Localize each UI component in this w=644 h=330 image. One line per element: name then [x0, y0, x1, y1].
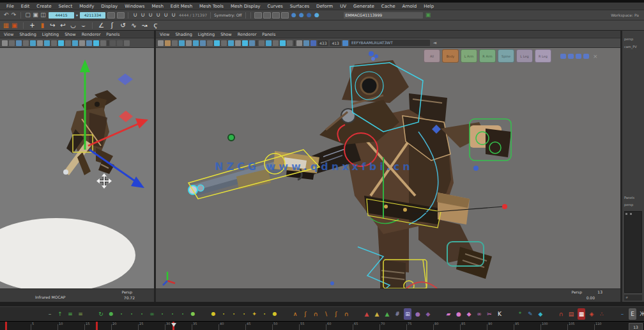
stack-icon[interactable]: ≡	[66, 308, 74, 320]
gizmo-plane-x[interactable]	[119, 111, 133, 122]
panel-menu-item[interactable]: Lighting	[198, 32, 215, 37]
viewport-toolbar-icon[interactable]	[72, 40, 78, 46]
search-input[interactable]: EMMACG41113999	[344, 12, 423, 19]
pen-icon[interactable]: ✎	[526, 308, 534, 320]
key-dot-icon[interactable]: •	[179, 308, 187, 320]
wave-arrow-icon[interactable]: ↝	[141, 21, 148, 29]
viewport-toolbar-icon[interactable]	[172, 40, 178, 46]
viewport-toolbar-icon[interactable]	[193, 40, 199, 46]
redo-icon[interactable]: ↷	[10, 11, 17, 19]
viewport-search-field[interactable]: EEFYBAAMLRUAT3WT	[349, 40, 430, 46]
viewport-toolbar-icon[interactable]	[93, 40, 99, 46]
ipr-render-button[interactable]	[263, 12, 271, 19]
menu-item[interactable]: Curves	[267, 4, 282, 9]
viewport-toolbar-icon[interactable]	[310, 40, 316, 46]
shelf-bar-icon[interactable]: ▮	[39, 21, 46, 29]
picker-mini-icon[interactable]	[560, 54, 566, 59]
viewport-toolbar-icon[interactable]	[242, 40, 248, 46]
cursor-grid-icon[interactable]: #	[394, 308, 401, 320]
panel-menu-item[interactable]: Lighting	[42, 32, 59, 37]
loop-icon[interactable]: ∞	[148, 308, 156, 320]
sine-curve-icon[interactable]: ∿	[130, 21, 137, 29]
snap-point-icon[interactable]: ∪	[147, 11, 154, 19]
viewport-toolbar-icon[interactable]	[259, 40, 264, 46]
clip-far-field[interactable]: 413	[330, 40, 341, 46]
curve-cv-icon[interactable]: ↪	[49, 21, 56, 29]
picker-l-arm[interactable]: L Arm	[461, 49, 477, 63]
viewport-toolbar-icon[interactable]	[221, 40, 227, 46]
gizmo-plane-z[interactable]	[118, 74, 133, 85]
viewport-toolbar-icon[interactable]	[294, 40, 295, 46]
picker-l-leg[interactable]: L Leg	[516, 49, 533, 63]
left-viewport-canvas[interactable]	[0, 48, 154, 288]
select-hierarchy-icon[interactable]: ▢	[24, 11, 31, 19]
time-slider[interactable]: 5 10 15 20 25 30 35 40	[0, 321, 644, 330]
key-dot-yellow-icon[interactable]: •	[261, 308, 268, 320]
angle-curve-icon[interactable]: ∠	[98, 21, 105, 29]
menu-item[interactable]: Mesh Tools	[199, 4, 224, 9]
render-globe2-icon[interactable]: ●	[298, 11, 305, 19]
viewport-toolbar-icon[interactable]	[214, 40, 220, 46]
picker-r-arm[interactable]: R Arm	[479, 49, 496, 63]
menu-item[interactable]: Display	[101, 4, 118, 9]
axis-red-icon[interactable]: ▲	[363, 308, 371, 320]
undo-curve-icon[interactable]: ↺	[119, 21, 126, 29]
key-dot-icon[interactable]: •	[158, 308, 166, 320]
menu-item[interactable]: Edit Mesh	[171, 4, 192, 9]
key-dot-yellow-icon[interactable]: •	[240, 308, 248, 320]
panel-menu-item[interactable]: View	[4, 32, 13, 37]
axis-yellow-icon[interactable]: ▲	[373, 308, 381, 320]
key-dot-icon[interactable]: ●	[189, 308, 197, 320]
input-line-field[interactable]: 4211334	[80, 12, 105, 19]
key-dot-icon[interactable]: •	[118, 308, 125, 320]
snap-live-icon[interactable]: ∪	[170, 11, 177, 19]
pose-icon[interactable]: ●	[414, 308, 422, 320]
viewport-toolbar-icon[interactable]	[280, 40, 286, 46]
viewport-toolbar-icon[interactable]	[86, 40, 92, 46]
curve-arc-icon[interactable]: ∩	[312, 308, 319, 320]
collapse-icon[interactable]: –	[46, 308, 54, 320]
picker-close-icon[interactable]: ×	[593, 53, 598, 59]
viewport-toolbar-icon[interactable]	[58, 40, 64, 46]
arc-tool-icon[interactable]: ◡	[70, 21, 77, 29]
axis-green-icon[interactable]: ▲	[383, 308, 391, 320]
snap-curve-icon[interactable]: ∪	[139, 11, 146, 19]
pink-diamond-icon[interactable]: ◆	[465, 308, 473, 320]
hypershade-icon[interactable]: ●	[306, 11, 313, 19]
display-layers-button[interactable]	[281, 12, 289, 19]
grid-selected-icon[interactable]: ⊞	[404, 308, 411, 320]
gizmo-z-axis[interactable]	[89, 150, 137, 182]
select-object-icon[interactable]: ▣	[32, 11, 39, 19]
snap-projected-icon[interactable]: ∪	[155, 11, 162, 19]
viewport-toolbar-icon[interactable]	[266, 40, 272, 46]
side-panel-list[interactable]	[624, 211, 642, 293]
key-dot-yellow-icon[interactable]: ●	[210, 308, 217, 320]
menu-item[interactable]: Surfaces	[290, 4, 309, 9]
hook-curve-icon[interactable]: ϛ	[152, 21, 159, 29]
picker-mini-icon[interactable]	[576, 54, 581, 59]
key-dot-icon[interactable]: •	[128, 308, 135, 320]
curve-linear-icon[interactable]: ∖	[322, 308, 330, 320]
field-clear-icon[interactable]: ◄	[431, 39, 438, 47]
panel-red-selected-icon[interactable]: ▦	[578, 308, 585, 320]
menu-item[interactable]: Generate	[353, 4, 374, 9]
menu-item[interactable]: Mesh Display	[231, 4, 260, 9]
menu-item[interactable]: Deform	[316, 4, 333, 9]
right-viewport-canvas[interactable]: NZCG www.qdnxxfbi.cn AllBodyL ArmR ArmSp…	[156, 48, 620, 288]
viewport-toolbar-icon[interactable]	[79, 40, 85, 46]
panel-menu-item[interactable]: Panels	[106, 32, 119, 37]
viewport-toolbar-icon[interactable]	[100, 40, 106, 46]
selection-mask-field[interactable]: 44415	[49, 12, 74, 19]
panel-menu-item[interactable]: Renderer	[238, 32, 257, 37]
pink-scissors-icon[interactable]: ✂	[486, 308, 493, 320]
current-frame-field[interactable]: 13	[629, 323, 643, 330]
viewport-toolbar-icon[interactable]	[273, 40, 279, 46]
k-pose-icon[interactable]: K	[496, 308, 503, 320]
picker-mini-icon[interactable]	[583, 54, 589, 59]
viewport-toolbar-icon[interactable]	[179, 40, 185, 46]
keyframe-tick[interactable]	[5, 322, 7, 330]
red-dots-icon[interactable]: ∴	[598, 308, 606, 320]
s-curve-icon[interactable]: ʃ	[109, 21, 116, 29]
viewport-toolbar-icon[interactable]	[165, 40, 171, 46]
folder-icon[interactable]: ▣	[425, 11, 432, 19]
